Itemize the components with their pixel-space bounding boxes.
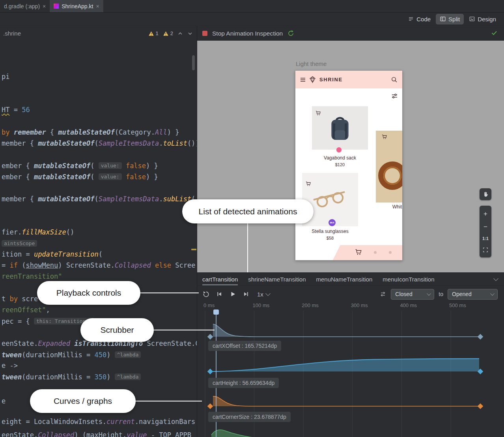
code-token: by: [2, 128, 9, 136]
animation-timeline-panel: cartTransition shrineNameTransition menu…: [197, 272, 504, 437]
to-state-dropdown[interactable]: Opened: [448, 289, 498, 300]
tab-menu-name-transition[interactable]: menuNameTransition: [316, 273, 372, 285]
view-mode-design[interactable]: Design: [465, 14, 500, 24]
warning-stripe-mark[interactable]: [191, 249, 196, 250]
code-line[interactable]: ember { mutableStateOf( value: false) }: [2, 161, 158, 171]
zoom-in-button[interactable]: +: [483, 210, 487, 217]
code-token: mutableStateOf: [38, 139, 94, 147]
code-line[interactable]: HT = 56: [2, 105, 30, 114]
success-check-icon: [491, 29, 498, 36]
code-line[interactable]: eight = LocalWindowInsets.current.naviga…: [2, 417, 197, 426]
belt-image: [378, 161, 402, 190]
code-token: (): [66, 228, 74, 236]
tab-shrineapp[interactable]: ShrineApp.kt ×: [50, 0, 103, 12]
code-token: SampleItemsData: [99, 195, 159, 203]
code-line[interactable]: tween(durationMillis = 350) ^lambda: [2, 372, 141, 382]
code-token: scre: [18, 295, 38, 303]
backpack-image: [327, 113, 353, 143]
view-mode-split[interactable]: Split: [436, 14, 464, 24]
tab-build-gradle[interactable]: d.gradle (:app) ×: [0, 0, 50, 12]
zoom-out-button[interactable]: −: [483, 223, 487, 230]
code-token: (: [94, 139, 98, 147]
shrine-diamond-logo: [309, 76, 316, 83]
code-line[interactable]: fier.fillMaxSize(): [2, 228, 74, 237]
editor-scrollbar[interactable]: [192, 55, 195, 70]
playback-speed-selector[interactable]: 1x: [257, 291, 270, 298]
close-icon[interactable]: ×: [96, 4, 99, 9]
code-line[interactable]: aintsScope: [2, 239, 37, 248]
code-line[interactable]: eenState.Collapsed) (maxHeight.value - T…: [2, 431, 191, 437]
view-mode-code[interactable]: Code: [404, 14, 435, 24]
code-token: value:: [99, 173, 122, 180]
code-token: value: [127, 431, 147, 437]
ruler-label: 200 ms: [302, 302, 319, 308]
stop-icon[interactable]: [202, 31, 207, 36]
skip-to-start-button[interactable]: [215, 290, 223, 298]
code-token: member {: [2, 139, 38, 147]
code-token: - TOP_APPB: [147, 431, 192, 437]
code-line[interactable]: member { mutableStateOf(SampleItemsData.…: [2, 195, 195, 204]
code-line[interactable]: ition = updateTransition(: [2, 250, 103, 259]
playback-controls: 1x Closed to Opened: [197, 286, 504, 302]
tab-shrine-name-transition[interactable]: shrineNameTransition: [248, 273, 306, 285]
warning-icon: [163, 31, 169, 36]
tab-label: ShrineApp.kt: [62, 3, 93, 9]
code-line[interactable]: ember { mutableStateOf( value: false) }: [2, 172, 158, 182]
keyframe-diamond: [478, 403, 483, 409]
code-editor[interactable]: piHT = 56by remember { mutableStateOf(Ca…: [0, 41, 197, 437]
zoom-actual-size-button[interactable]: 1:1: [482, 236, 489, 241]
warning-count-1[interactable]: 1: [148, 30, 159, 36]
product-image-partial: [376, 131, 402, 203]
ruler-label: 500 ms: [449, 302, 466, 308]
code-token: 450: [94, 351, 106, 359]
play-button[interactable]: [229, 290, 237, 298]
code-line[interactable]: t by scre: [2, 294, 38, 304]
refresh-icon[interactable]: [287, 30, 294, 37]
pan-tool-button[interactable]: [480, 188, 491, 200]
track-value-chip: cartCornerSize : 23.678877dp: [208, 412, 291, 422]
code-token: ,: [46, 306, 50, 314]
zoom-to-fit-icon[interactable]: [483, 247, 488, 253]
curve-cart-corner-size: [207, 396, 483, 409]
chevron-down-icon: [265, 291, 271, 296]
code-line[interactable]: tween(durationMillis = 450) ^lambda: [2, 350, 141, 360]
tab-cart-transition[interactable]: cartTransition: [202, 273, 238, 285]
code-line[interactable]: member { mutableStateOf(SampleItemsData.…: [2, 139, 197, 148]
skip-previous-icon: [216, 291, 223, 298]
code-line[interactable]: reenOffset",: [2, 306, 50, 315]
code-line[interactable]: e ->: [2, 361, 18, 370]
code-line[interactable]: reenTransition": [2, 272, 62, 281]
code-line[interactable]: = if (showMenu) ScreenState.Collapsed el…: [2, 261, 195, 270]
next-issue-icon[interactable]: [187, 31, 193, 36]
animation-tabs: cartTransition shrineNameTransition menu…: [197, 273, 504, 286]
timeline-ruler[interactable]: 0 ms100 ms200 ms300 ms400 ms500 ms: [197, 302, 504, 309]
code-token: 56: [22, 106, 30, 114]
code-line[interactable]: pi: [2, 72, 9, 81]
breadcrumb[interactable]: .shrine: [3, 30, 21, 37]
swap-states-icon[interactable]: [379, 291, 386, 298]
chevron-down-icon: [427, 291, 431, 296]
shrine-brand-label: SHRINE: [319, 77, 343, 83]
design-icon: [469, 16, 475, 22]
loop-playback-button[interactable]: [202, 290, 210, 298]
code-line[interactable]: pec = { this: Transition.S: [2, 317, 94, 326]
prev-issue-icon[interactable]: [177, 31, 183, 36]
from-state-dropdown[interactable]: Closed: [391, 289, 434, 300]
code-token: =: [2, 261, 9, 269]
warning-count-2[interactable]: 2: [163, 30, 173, 36]
code-line[interactable]: e: [2, 397, 6, 406]
curve-cart-x-offset: [207, 324, 483, 339]
product-image-vagabond: [312, 106, 368, 150]
product-price: $120: [312, 162, 368, 167]
code-line[interactable]: by remember { mutableStateOf(Category.Al…: [2, 128, 179, 137]
close-icon[interactable]: ×: [43, 4, 46, 9]
code-token: eenState.: [2, 339, 38, 347]
skip-to-end-button[interactable]: [242, 290, 250, 298]
code-token: tween: [2, 351, 22, 359]
chevron-down-icon[interactable]: [493, 276, 498, 281]
code-token: (: [94, 195, 98, 203]
shrine-app-bar: SHRINE: [295, 71, 402, 88]
animation-preview-toolbar: Stop Animation Inspection: [197, 26, 504, 41]
tab-menu-icon-transition[interactable]: menuIconTransition: [383, 273, 434, 285]
stop-animation-label[interactable]: Stop Animation Inspection: [212, 30, 283, 37]
